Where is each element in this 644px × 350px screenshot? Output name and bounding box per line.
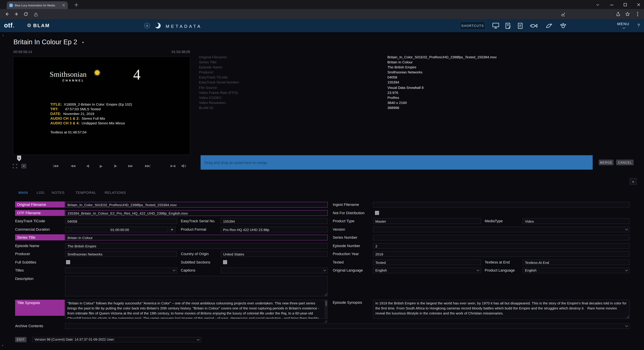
- jump-to-end-icon[interactable]: ▶▶|: [145, 164, 150, 168]
- monitor-icon[interactable]: [492, 22, 500, 29]
- asset-title-dropdown-icon[interactable]: ▾: [82, 40, 84, 44]
- forward-icon[interactable]: [14, 12, 19, 16]
- resize-handle-icon[interactable]: [324, 320, 327, 323]
- version-select[interactable]: Version 98 (Current) Date: 14:37:37 01-0…: [32, 337, 201, 342]
- bird-icon[interactable]: [545, 22, 554, 29]
- step-back-icon[interactable]: ◀|: [86, 164, 89, 168]
- production-year-field[interactable]: [373, 251, 630, 257]
- scrollbar-thumb[interactable]: [325, 301, 327, 306]
- app-header: otf. ⚙ BLAM ⚙ METADATA SHORTCUTS MENU ?: [0, 19, 644, 32]
- version-select[interactable]: [373, 227, 630, 232]
- label-not-for-distribution: Not For Distribution: [333, 210, 364, 216]
- document-icon[interactable]: [516, 22, 524, 29]
- theater-mode-icon[interactable]: [22, 164, 26, 168]
- collapse-panel-button[interactable]: ▲: [630, 178, 636, 185]
- duration-stepper[interactable]: [65, 227, 70, 232]
- original-filename-field[interactable]: [65, 202, 328, 208]
- slate-textless-note: Textless at 01:48:57;04: [50, 130, 86, 134]
- theme-toggle-icon[interactable]: [155, 23, 161, 28]
- media-type-field[interactable]: [522, 218, 630, 224]
- episode-synopsis-textarea[interactable]: [373, 300, 630, 319]
- loop-in-out-icon[interactable]: ▶◀: [170, 164, 175, 168]
- paw-icon[interactable]: [559, 22, 568, 29]
- not-for-distribution-checkbox[interactable]: [375, 211, 379, 215]
- extension-icon[interactable]: [561, 12, 566, 16]
- scrollbar[interactable]: [325, 300, 327, 319]
- apply-duration-button[interactable]: ▶: [170, 227, 176, 232]
- volume-icon[interactable]: [181, 164, 186, 168]
- easytrack-serial-no-field[interactable]: [221, 218, 328, 224]
- textless-at-end-field[interactable]: [522, 260, 630, 265]
- cancel-button[interactable]: CANCEL: [616, 160, 634, 165]
- title-synopsis-textarea[interactable]: [65, 300, 328, 319]
- episode-name-field[interactable]: [65, 243, 328, 249]
- info-row: Video Resolution:3840 x 2160: [199, 100, 632, 105]
- jump-to-start-icon[interactable]: |◀◀: [53, 164, 58, 168]
- producer-field[interactable]: [65, 251, 177, 257]
- play-icon[interactable]: ▶: [100, 164, 102, 168]
- edit-button[interactable]: EDIT: [15, 337, 26, 342]
- help-button[interactable]: ?: [637, 23, 640, 28]
- step-forward-icon[interactable]: |▶: [114, 164, 117, 168]
- description-textarea[interactable]: [65, 276, 328, 296]
- label-full-subtitles: Full Subtitles: [15, 260, 36, 265]
- tab-close-icon[interactable]: [62, 4, 65, 7]
- label-ingest-filename: Ingest Filename: [333, 202, 359, 208]
- timecode-out: 01:53:38;05: [134, 50, 190, 54]
- original-language-select[interactable]: English: [373, 268, 481, 273]
- script-icon[interactable]: [504, 22, 512, 29]
- reload-icon[interactable]: [24, 12, 28, 16]
- shield-marker-icon[interactable]: [16, 155, 22, 162]
- tab-notes[interactable]: NOTES: [52, 190, 64, 194]
- fast-forward-icon[interactable]: ▶▶: [128, 164, 133, 168]
- rewind-icon[interactable]: ◀◀: [70, 164, 75, 168]
- otf-filename-field[interactable]: [65, 210, 328, 216]
- tab-main[interactable]: MAIN: [18, 190, 28, 194]
- series-title-field[interactable]: [65, 235, 328, 240]
- browser-menu-icon[interactable]: [635, 12, 640, 16]
- subtitled-sections-checkbox[interactable]: [223, 260, 227, 264]
- tab-log[interactable]: LOG: [36, 190, 44, 194]
- country-of-origin-field[interactable]: [221, 251, 328, 257]
- tab-search-icon[interactable]: [596, 3, 600, 7]
- full-subtitles-checkbox[interactable]: [66, 260, 70, 264]
- label-otf-filename: OTF Filename: [15, 210, 65, 216]
- product-format-field[interactable]: [221, 227, 328, 232]
- captions-select[interactable]: [221, 268, 328, 273]
- left-panel-collapse-icon[interactable]: ‹: [2, 343, 3, 347]
- archive-contents-select[interactable]: [65, 323, 630, 329]
- site-info-icon[interactable]: [34, 12, 38, 16]
- bookmark-star-icon[interactable]: [625, 12, 630, 16]
- easytrack-ticode-field[interactable]: [65, 218, 177, 224]
- merge-drop-zone[interactable]: Drag and drop an asset here to merge: [200, 155, 593, 170]
- menu-button[interactable]: MENU: [617, 22, 630, 26]
- product-type-field[interactable]: [373, 218, 481, 224]
- ingest-filename-field[interactable]: [373, 202, 630, 208]
- texted-field[interactable]: [373, 260, 481, 265]
- settings-icon[interactable]: ⚙: [144, 23, 150, 28]
- tab-temporal[interactable]: TEMPORAL: [76, 190, 96, 194]
- tab-relations[interactable]: RELATIONS: [105, 190, 126, 194]
- video-player[interactable]: Smithsonian ✹ CHANNEL 4 TITLE:X18009_2-B…: [13, 56, 190, 155]
- product-language-select[interactable]: English: [522, 268, 630, 273]
- label-archive-contents: Archive Contents: [15, 323, 43, 329]
- episode-number-field[interactable]: [373, 243, 630, 249]
- series-number-field[interactable]: [373, 235, 630, 240]
- shortcuts-button[interactable]: SHORTCUTS: [460, 21, 485, 30]
- share-icon[interactable]: [616, 12, 620, 16]
- window-close-button[interactable]: [636, 3, 641, 7]
- browser-tab[interactable]: Blue Lucy Automation for Media: [7, 1, 68, 9]
- left-panel-expand-icon[interactable]: ›: [2, 33, 4, 37]
- titles-select[interactable]: [65, 268, 177, 273]
- window-minimize-button[interactable]: [610, 3, 614, 7]
- label-version: Version: [333, 227, 345, 232]
- commercial-duration-field[interactable]: [72, 227, 168, 232]
- merge-button[interactable]: MERGE: [599, 160, 614, 165]
- asset-title: Britain In Colour Ep 2: [14, 38, 77, 46]
- fullscreen-icon[interactable]: [13, 164, 18, 168]
- label-product-type: Product Type: [333, 218, 354, 224]
- back-icon[interactable]: [5, 12, 10, 16]
- window-maximize-button[interactable]: [623, 3, 627, 7]
- fish-icon[interactable]: [529, 22, 538, 29]
- new-tab-button[interactable]: [74, 3, 78, 7]
